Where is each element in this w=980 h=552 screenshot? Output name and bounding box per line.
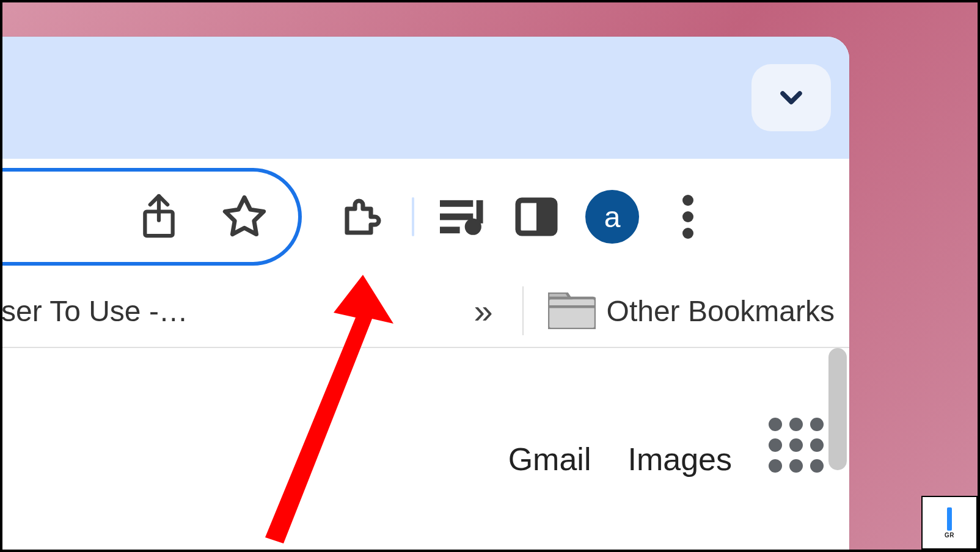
folder-icon — [548, 292, 596, 329]
svg-rect-8 — [536, 200, 555, 233]
puzzle-icon — [339, 193, 387, 241]
gmail-link[interactable]: Gmail — [508, 441, 591, 478]
overflow-glyph: » — [474, 292, 492, 330]
side-panel-button[interactable] — [512, 192, 561, 241]
profile-initial: a — [604, 200, 621, 234]
bookmarks-bar: ser To Use -… » Other Bookmarks — [2, 275, 849, 348]
images-link[interactable]: Images — [627, 441, 732, 478]
bookmarks-separator — [522, 286, 524, 335]
share-icon — [138, 192, 180, 241]
other-bookmarks-label: Other Bookmarks — [607, 294, 835, 328]
vertical-scrollbar[interactable] — [828, 348, 847, 470]
svg-rect-2 — [440, 200, 473, 207]
bookmark-item[interactable]: ser To Use -… — [2, 294, 188, 328]
chrome-menu-button[interactable] — [664, 192, 712, 241]
svg-rect-12 — [548, 298, 596, 329]
bookmarks-overflow-button[interactable]: » — [469, 291, 497, 331]
svg-rect-13 — [548, 305, 596, 308]
chevron-down-icon — [774, 81, 808, 115]
kebab-menu-icon — [682, 195, 694, 239]
browser-window: a ser To Use -… » Other Bookmarks Gmai — [2, 37, 849, 550]
svg-rect-3 — [440, 214, 473, 220]
svg-point-10 — [682, 211, 693, 222]
share-button[interactable] — [134, 192, 183, 241]
toolbar: a — [2, 159, 849, 275]
bookmark-label: ser To Use -… — [2, 294, 188, 328]
svg-point-11 — [682, 228, 693, 239]
svg-point-6 — [465, 219, 481, 235]
toolbar-separator — [412, 197, 414, 236]
google-apps-button[interactable] — [769, 418, 824, 473]
corner-badge: GR — [921, 496, 978, 550]
corner-bar-icon — [947, 507, 952, 531]
side-panel-icon — [514, 195, 558, 239]
address-bar[interactable] — [2, 168, 302, 266]
other-bookmarks-button[interactable]: Other Bookmarks — [548, 292, 835, 329]
extensions-button[interactable] — [338, 192, 387, 241]
page-content: Gmail Images — [2, 348, 849, 495]
star-icon — [221, 194, 268, 240]
svg-rect-4 — [440, 227, 460, 233]
tab-strip — [2, 37, 849, 159]
music-queue-icon — [440, 197, 486, 236]
svg-point-9 — [682, 195, 693, 206]
bookmark-star-button[interactable] — [220, 192, 269, 241]
media-control-button[interactable] — [439, 192, 488, 241]
search-tabs-button[interactable] — [751, 64, 831, 131]
corner-label: GR — [945, 532, 954, 539]
profile-avatar[interactable]: a — [585, 190, 639, 244]
svg-marker-1 — [225, 197, 263, 234]
